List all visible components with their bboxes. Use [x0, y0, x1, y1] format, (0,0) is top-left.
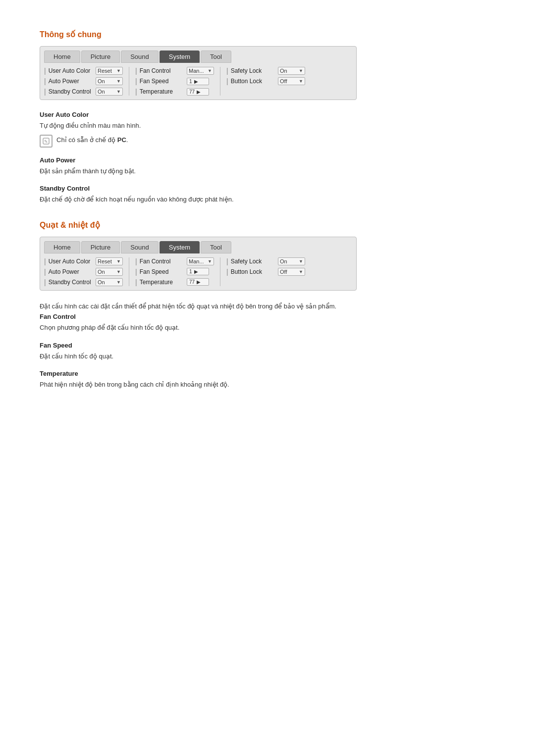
osd-row: Button LockOff▼ [226, 77, 305, 85]
desc-fan-control: Fan ControlChọn phương pháp để đặt cấu h… [40, 313, 495, 333]
svg-text:✎: ✎ [44, 139, 48, 144]
osd-divider [220, 67, 220, 96]
stepper-value: 1 [189, 269, 192, 274]
osd-select[interactable]: Reset▼ [96, 67, 123, 75]
osd-column: User Auto ColorReset▼Auto PowerOn▼Standb… [44, 67, 123, 96]
osd-stepper[interactable]: 77▶ [187, 278, 209, 286]
stepper-value: 77 [189, 279, 195, 285]
note-icon: ✎ [40, 135, 53, 148]
osd-row-label: User Auto Color [44, 257, 94, 265]
osd-select[interactable]: On▼ [96, 77, 123, 85]
desc-title: Temperature [40, 370, 495, 377]
desc-title: Auto Power [40, 156, 495, 164]
osd-column: Safety LockOn▼Button LockOff▼ [226, 67, 305, 96]
osd-row-label: Temperature [135, 88, 185, 96]
osd-row: Standby ControlOn▼ [44, 278, 123, 286]
osd-column: User Auto ColorReset▼Auto PowerOn▼Standb… [44, 257, 123, 286]
osd-column: Fan ControlMan...▼Fan Speed1▶Temperature… [135, 67, 214, 96]
osd-tab-sound[interactable]: Sound [121, 241, 159, 253]
osd-tab-home[interactable]: Home [44, 241, 80, 253]
stepper-next-btn[interactable]: ▶ [197, 279, 201, 285]
note-box: ✎Chỉ có sẵn ở chế độ PC. [40, 135, 495, 148]
osd-tab-picture[interactable]: Picture [81, 50, 120, 63]
stepper-value: 77 [189, 89, 195, 95]
osd-panel: HomePictureSoundSystemToolUser Auto Colo… [40, 237, 357, 291]
osd-select[interactable]: Off▼ [278, 268, 305, 276]
desc-auto-power: Auto PowerĐặt sản phẩm thành tự động bật… [40, 156, 495, 176]
osd-row: Fan Speed1▶ [135, 77, 214, 85]
osd-row-label: Safety Lock [226, 67, 276, 75]
osd-row-label: Auto Power [44, 77, 94, 85]
osd-row: Fan ControlMan...▼ [135, 67, 214, 75]
osd-select[interactable]: On▼ [96, 88, 123, 96]
osd-row: Safety LockOn▼ [226, 67, 305, 75]
osd-row-label: Standby Control [44, 88, 94, 96]
osd-stepper[interactable]: 77▶ [187, 88, 209, 96]
osd-row-label: Fan Control [135, 67, 185, 75]
desc-fan-speed: Fan SpeedĐặt cấu hình tốc độ quạt. [40, 342, 495, 361]
osd-row-label: Temperature [135, 278, 185, 286]
osd-panel: HomePictureSoundSystemToolUser Auto Colo… [40, 46, 357, 100]
osd-select[interactable]: On▼ [278, 257, 305, 265]
osd-body: User Auto ColorReset▼Auto PowerOn▼Standb… [44, 257, 352, 286]
osd-tabs: HomePictureSoundSystemTool [44, 241, 352, 253]
osd-tab-system[interactable]: System [160, 241, 200, 253]
osd-tab-home[interactable]: Home [44, 50, 80, 63]
osd-row: Fan Speed1▶ [135, 268, 214, 276]
desc-title: Standby Control [40, 185, 495, 192]
osd-select[interactable]: Man...▼ [187, 257, 214, 265]
osd-row: Standby ControlOn▼ [44, 88, 123, 96]
desc-title: User Auto Color [40, 111, 495, 118]
section-title: Quạt & nhiệt độ [40, 220, 495, 230]
osd-row-label: Button Lock [226, 268, 276, 276]
osd-select[interactable]: On▼ [96, 278, 123, 286]
osd-row-label: Fan Speed [135, 77, 185, 85]
osd-row-label: Fan Speed [135, 268, 185, 276]
osd-row: Button LockOff▼ [226, 268, 305, 276]
osd-row-label: Button Lock [226, 77, 276, 85]
desc-title: Fan Speed [40, 342, 495, 349]
osd-row-label: Standby Control [44, 278, 94, 286]
desc-text: Đặt chế độ chờ để kích hoạt nếu nguồn và… [40, 195, 495, 204]
desc-text: Đặt cấu hình tốc độ quạt. [40, 352, 495, 361]
desc-text: Đặt sản phẩm thành tự động bật. [40, 166, 495, 176]
desc-temperature: TemperaturePhát hiện nhiệt độ bên trong … [40, 370, 495, 390]
osd-row: User Auto ColorReset▼ [44, 257, 123, 265]
osd-divider [129, 257, 129, 286]
osd-select[interactable]: On▼ [96, 268, 123, 276]
osd-column: Fan ControlMan...▼Fan Speed1▶Temperature… [135, 257, 214, 286]
section-title: Thông số chung [40, 30, 495, 39]
osd-row: Auto PowerOn▼ [44, 77, 123, 85]
desc-standby-control: Standby ControlĐặt chế độ chờ để kích ho… [40, 185, 495, 204]
osd-row-label: Auto Power [44, 268, 94, 276]
osd-tab-picture[interactable]: Picture [81, 241, 120, 253]
desc-title: Fan Control [40, 313, 495, 320]
desc-user-auto-color: User Auto ColorTự động điều chỉnh màu mà… [40, 111, 495, 148]
stepper-next-btn[interactable]: ▶ [194, 269, 198, 274]
osd-tab-tool[interactable]: Tool [201, 241, 231, 253]
osd-divider [220, 257, 220, 286]
osd-select[interactable]: Off▼ [278, 77, 305, 85]
note-text: Chỉ có sẵn ở chế độ PC. [56, 135, 128, 144]
section-intro: Đặt cấu hình các cài đặt cần thiết để ph… [40, 302, 495, 311]
osd-tabs: HomePictureSoundSystemTool [44, 50, 352, 63]
osd-row: User Auto ColorReset▼ [44, 67, 123, 75]
osd-stepper[interactable]: 1▶ [187, 268, 209, 275]
desc-text: Phát hiện nhiệt độ bên trong bằng cách c… [40, 380, 495, 390]
osd-select[interactable]: Reset▼ [96, 257, 123, 265]
osd-tab-sound[interactable]: Sound [121, 50, 159, 63]
stepper-next-btn[interactable]: ▶ [197, 89, 201, 95]
osd-row: Temperature77▶ [135, 278, 214, 286]
osd-select[interactable]: On▼ [278, 67, 305, 75]
osd-select[interactable]: Man...▼ [187, 67, 214, 75]
osd-row: Safety LockOn▼ [226, 257, 305, 265]
osd-row-label: Safety Lock [226, 257, 276, 265]
osd-row-label: Fan Control [135, 257, 185, 265]
stepper-next-btn[interactable]: ▶ [194, 79, 198, 84]
desc-text: Chọn phương pháp để đặt cấu hình tốc độ … [40, 323, 495, 333]
osd-body: User Auto ColorReset▼Auto PowerOn▼Standb… [44, 67, 352, 96]
osd-column: Safety LockOn▼Button LockOff▼ [226, 257, 305, 286]
osd-tab-system[interactable]: System [160, 50, 200, 63]
osd-stepper[interactable]: 1▶ [187, 78, 209, 85]
osd-tab-tool[interactable]: Tool [201, 50, 231, 63]
